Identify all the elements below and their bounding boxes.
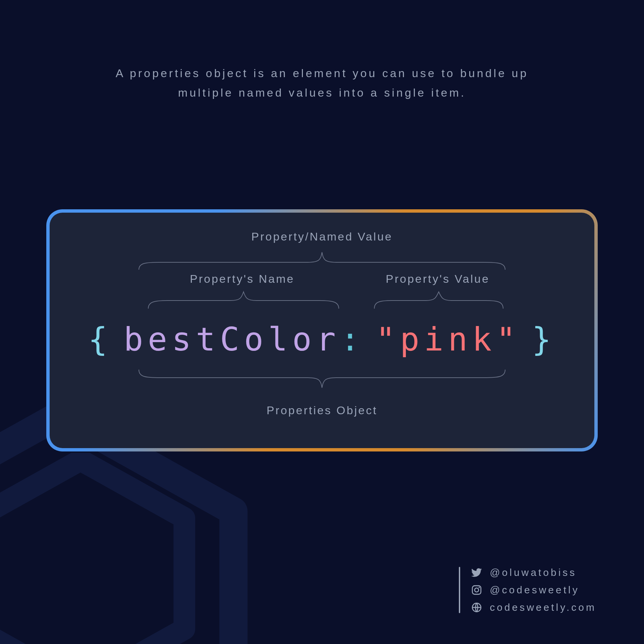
globe-icon bbox=[471, 602, 482, 613]
code-key: bestColor bbox=[124, 321, 340, 358]
credits-block: @oluwatobiss @codesweetly codesweetly.co… bbox=[459, 567, 596, 613]
twitter-icon bbox=[471, 567, 482, 578]
background-hexagon-small bbox=[0, 453, 201, 644]
description-line-2: multiple named values into a single item… bbox=[67, 83, 577, 103]
credit-twitter-handle: @oluwatobiss bbox=[490, 567, 577, 578]
svg-point-4 bbox=[479, 587, 480, 588]
code-expression: {bestColor:"pink"} bbox=[50, 321, 594, 358]
description-block: A properties object is an element you ca… bbox=[0, 64, 644, 103]
credits-divider bbox=[459, 567, 460, 613]
open-brace: { bbox=[88, 321, 112, 358]
instagram-icon bbox=[471, 584, 482, 596]
svg-marker-1 bbox=[0, 460, 184, 644]
credit-website: codesweetly.com bbox=[471, 602, 596, 613]
description-line-1: A properties object is an element you ca… bbox=[67, 64, 577, 83]
svg-point-3 bbox=[475, 588, 479, 592]
credit-twitter: @oluwatobiss bbox=[471, 567, 596, 578]
credit-instagram-handle: @codesweetly bbox=[490, 584, 580, 596]
credit-website-url: codesweetly.com bbox=[490, 602, 596, 613]
diagram-panel: Property/Named Value Property's Name Pro… bbox=[46, 209, 598, 451]
credit-instagram: @codesweetly bbox=[471, 584, 596, 596]
code-colon: : bbox=[340, 321, 365, 358]
code-value: "pink" bbox=[376, 321, 521, 358]
close-brace: } bbox=[532, 321, 556, 358]
